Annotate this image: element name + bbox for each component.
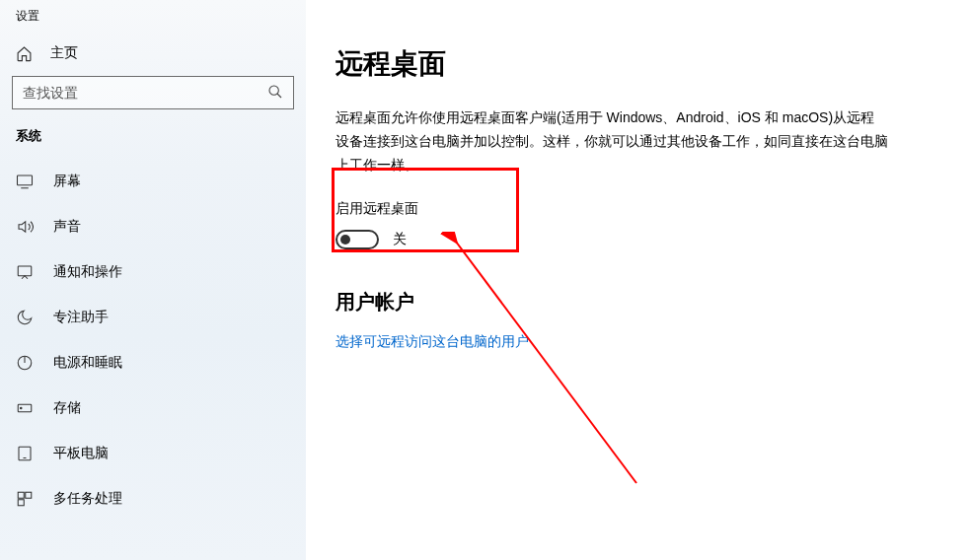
svg-rect-13 <box>26 492 32 498</box>
nav-label: 屏幕 <box>53 173 81 190</box>
sidebar-item-tablet[interactable]: 平板电脑 <box>0 431 306 476</box>
remote-desktop-toggle[interactable] <box>336 230 379 249</box>
description: 远程桌面允许你使用远程桌面客户端(适用于 Windows、Android、iOS… <box>336 106 888 176</box>
toggle-knob <box>340 235 350 245</box>
select-users-link[interactable]: 选择可远程访问这台电脑的用户 <box>336 333 529 349</box>
sidebar-item-notifications[interactable]: 通知和操作 <box>0 249 306 295</box>
search-input[interactable] <box>23 85 240 101</box>
nav-label: 平板电脑 <box>53 445 109 462</box>
notifications-icon <box>16 263 34 281</box>
home-label: 主页 <box>50 44 78 62</box>
search-box[interactable] <box>12 76 294 109</box>
main-content: 远程桌面 远程桌面允许你使用远程桌面客户端(适用于 Windows、Androi… <box>306 0 970 560</box>
search-icon <box>267 84 283 103</box>
sidebar-item-sound[interactable]: 声音 <box>0 204 306 249</box>
section-label: 系统 <box>0 127 306 159</box>
home-nav[interactable]: 主页 <box>0 35 306 76</box>
nav-list: 屏幕 声音 通知和操作 专注助手 <box>0 159 306 522</box>
home-icon <box>16 45 33 62</box>
svg-rect-5 <box>18 266 32 276</box>
svg-point-0 <box>269 86 278 95</box>
sidebar-item-power[interactable]: 电源和睡眠 <box>0 340 306 385</box>
sidebar-item-focus[interactable]: 专注助手 <box>0 295 306 340</box>
svg-marker-4 <box>19 222 26 233</box>
display-icon <box>16 173 34 190</box>
toggle-row: 关 <box>336 230 940 249</box>
sound-icon <box>16 218 34 236</box>
enable-remote-desktop-label: 启用远程桌面 <box>336 200 940 218</box>
sidebar: 设置 主页 系统 屏幕 声 <box>0 0 306 560</box>
nav-label: 多任务处理 <box>53 490 122 508</box>
svg-rect-2 <box>18 175 33 185</box>
tablet-icon <box>16 445 34 462</box>
nav-label: 声音 <box>53 218 81 236</box>
user-account-heading: 用户帐户 <box>336 289 940 315</box>
sidebar-item-display[interactable]: 屏幕 <box>0 159 306 204</box>
svg-line-1 <box>277 94 281 98</box>
toggle-state: 关 <box>393 231 407 248</box>
multitask-icon <box>16 490 34 508</box>
focus-icon <box>16 309 34 326</box>
sidebar-item-multitask[interactable]: 多任务处理 <box>0 476 306 522</box>
sidebar-item-storage[interactable]: 存储 <box>0 385 306 431</box>
nav-label: 通知和操作 <box>53 263 122 281</box>
svg-rect-12 <box>18 492 24 498</box>
page-title: 远程桌面 <box>336 45 940 83</box>
nav-label: 专注助手 <box>53 309 109 326</box>
app-title: 设置 <box>0 6 306 35</box>
nav-label: 存储 <box>53 399 81 417</box>
storage-icon <box>16 399 34 417</box>
svg-rect-14 <box>18 500 24 506</box>
svg-point-9 <box>21 407 23 409</box>
power-icon <box>16 354 34 372</box>
nav-label: 电源和睡眠 <box>53 354 122 372</box>
